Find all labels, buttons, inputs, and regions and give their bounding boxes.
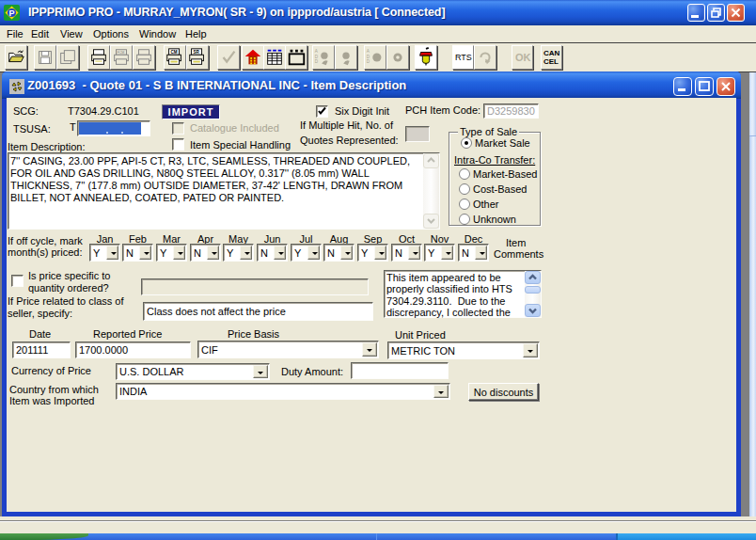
svg-text:P: P (8, 8, 14, 18)
svg-text:D: D (315, 59, 319, 64)
svg-text:FCM: FCM (117, 51, 124, 55)
svg-text:D: D (367, 55, 370, 59)
svg-text:A: A (315, 49, 319, 54)
svg-text:D: D (315, 55, 319, 59)
svg-text:CM: CM (170, 50, 177, 55)
svg-text:SR: SR (193, 50, 199, 55)
svg-text:D: D (367, 59, 370, 64)
svg-text:A: A (367, 49, 370, 54)
